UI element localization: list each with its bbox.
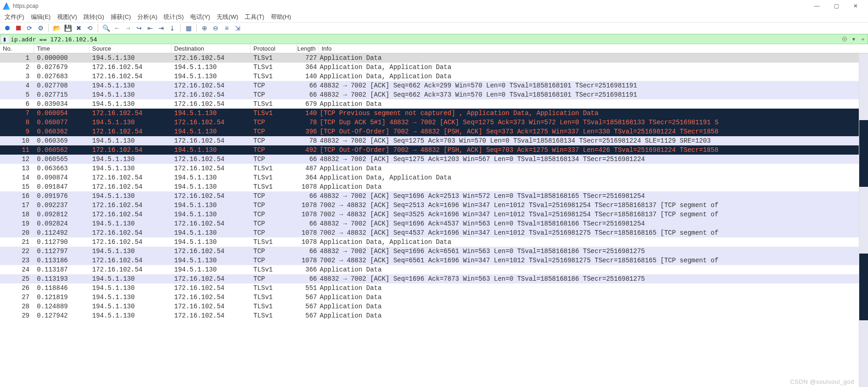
packet-row[interactable]: 170.092237172.16.102.54194.5.1.130TCP107…: [0, 201, 868, 210]
capture-options-icon[interactable]: ⚙: [36, 23, 45, 33]
packet-row[interactable]: 280.124889194.5.1.130172.16.102.54TLSv15…: [0, 302, 868, 311]
col-header-time[interactable]: Time: [34, 44, 89, 53]
go-forward-icon[interactable]: →: [123, 23, 133, 33]
col-header-proto[interactable]: Protocol: [251, 44, 297, 53]
packet-row[interactable]: 10.000000194.5.1.130172.16.102.54TLSv172…: [0, 53, 868, 63]
packet-row[interactable]: 100.060369194.5.1.130172.16.102.54TCP784…: [0, 136, 868, 145]
zoom-reset-icon[interactable]: ≡: [222, 23, 231, 33]
colorize-icon[interactable]: ▦: [184, 23, 193, 33]
packet-row[interactable]: 140.090874172.16.102.54194.5.1.130TLSv13…: [0, 173, 868, 182]
packet-row[interactable]: 180.092812172.16.102.54194.5.1.130TCP107…: [0, 210, 868, 219]
watermark: CSDN @soulsoul_god: [790, 378, 854, 385]
menu-edit[interactable]: 编辑(E): [31, 13, 51, 21]
menu-go[interactable]: 跳转(G): [83, 13, 104, 21]
packet-row[interactable]: 220.112797194.5.1.130172.16.102.54TCP664…: [0, 247, 868, 256]
col-header-src[interactable]: Source: [89, 44, 171, 53]
menu-view[interactable]: 视图(V): [57, 13, 77, 21]
close-button[interactable]: ✕: [846, 0, 865, 12]
auto-scroll-icon[interactable]: ⤓: [168, 23, 177, 33]
packet-row[interactable]: 90.060362172.16.102.54194.5.1.130TCP396[…: [0, 127, 868, 136]
start-capture-icon[interactable]: [3, 23, 12, 33]
packet-row[interactable]: 130.063663194.5.1.130172.16.102.54TLSv14…: [0, 164, 868, 173]
menu-tools[interactable]: 工具(T): [245, 13, 264, 21]
col-header-info[interactable]: Info: [319, 44, 868, 53]
packet-row[interactable]: 240.113187172.16.102.54194.5.1.130TLSv13…: [0, 265, 868, 274]
add-filter-icon[interactable]: ＋: [858, 35, 868, 43]
packet-row[interactable]: 260.118846194.5.1.130172.16.102.54TLSv15…: [0, 283, 868, 293]
packet-row[interactable]: 190.092824194.5.1.130172.16.102.54TCP664…: [0, 219, 868, 228]
menu-wireless[interactable]: 无线(W): [217, 13, 238, 21]
svg-rect-1: [16, 26, 21, 30]
col-header-len[interactable]: Length: [297, 44, 319, 53]
packet-row[interactable]: 50.027715194.5.1.130172.16.102.54TCP6648…: [0, 90, 868, 99]
packet-row[interactable]: 160.091976194.5.1.130172.16.102.54TCP664…: [0, 191, 868, 201]
titlebar: https.pcap — ▢ ✕: [0, 0, 868, 12]
go-back-icon[interactable]: ←: [112, 23, 122, 33]
app-icon: [3, 2, 10, 10]
find-icon[interactable]: 🔍: [101, 23, 111, 33]
filter-expression-icon[interactable]: ▾: [849, 36, 858, 42]
bookmark-filter-icon[interactable]: ▮: [0, 36, 9, 42]
packet-row[interactable]: 60.039034194.5.1.130172.16.102.54TLSv167…: [0, 99, 868, 109]
menu-analyze[interactable]: 分析(A): [137, 13, 157, 21]
go-last-icon[interactable]: ⇥: [157, 23, 166, 33]
go-first-icon[interactable]: ⇤: [146, 23, 155, 33]
packet-row[interactable]: 120.060565194.5.1.130172.16.102.54TCP664…: [0, 155, 868, 164]
menu-file[interactable]: 文件(F): [5, 13, 24, 21]
packet-row[interactable]: 200.112492172.16.102.54194.5.1.130TCP107…: [0, 228, 868, 237]
zoom-in-icon[interactable]: ⊕: [200, 23, 209, 33]
close-file-icon[interactable]: ✖: [74, 23, 83, 33]
packet-row[interactable]: 290.127942194.5.1.130172.16.102.54TLSv15…: [0, 311, 868, 320]
svg-point-0: [5, 26, 10, 30]
menubar: 文件(F) 编辑(E) 视图(V) 跳转(G) 捕获(C) 分析(A) 统计(S…: [0, 12, 868, 22]
packet-row[interactable]: 80.060077194.5.1.130172.16.102.54TCP78[T…: [0, 118, 868, 127]
zoom-out-icon[interactable]: ⊖: [211, 23, 220, 33]
packet-row[interactable]: 210.112790172.16.102.54194.5.1.130TLSv11…: [0, 237, 868, 247]
clear-filter-icon[interactable]: ⮾: [840, 36, 849, 42]
menu-stats[interactable]: 统计(S): [164, 13, 183, 21]
window-title: https.pcap: [13, 3, 38, 9]
packet-row[interactable]: 70.060054172.16.102.54194.5.1.130TLSv114…: [0, 109, 868, 118]
reload-icon[interactable]: ⟲: [85, 23, 94, 33]
display-filter-bar: ▮ ⮾ ▾ ＋: [0, 34, 868, 44]
packet-row[interactable]: 40.027708194.5.1.130172.16.102.54TCP6648…: [0, 81, 868, 90]
menu-capture[interactable]: 捕获(C): [111, 13, 131, 21]
intelligent-scrollbar[interactable]: [859, 53, 868, 387]
menu-help[interactable]: 帮助(H): [271, 13, 291, 21]
packet-list[interactable]: 10.000000194.5.1.130172.16.102.54TLSv172…: [0, 53, 868, 320]
stop-capture-icon[interactable]: [14, 23, 23, 33]
packet-list-header: No. Time Source Destination Protocol Len…: [0, 44, 868, 53]
packet-row[interactable]: 270.121819194.5.1.130172.16.102.54TLSv15…: [0, 293, 868, 302]
packet-row[interactable]: 230.113186172.16.102.54194.5.1.130TCP107…: [0, 256, 868, 265]
packet-row[interactable]: 20.027679172.16.102.54194.5.1.130TLSv136…: [0, 63, 868, 72]
packet-row[interactable]: 150.091847172.16.102.54194.5.1.130TLSv11…: [0, 182, 868, 191]
save-file-icon[interactable]: 💾: [63, 23, 72, 33]
menu-telephony[interactable]: 电话(Y): [190, 13, 210, 21]
packet-row[interactable]: 30.027683172.16.102.54194.5.1.130TLSv114…: [0, 72, 868, 81]
resize-columns-icon[interactable]: ⇲: [233, 23, 242, 33]
maximize-button[interactable]: ▢: [827, 0, 846, 12]
go-to-packet-icon[interactable]: ↪: [135, 23, 144, 33]
display-filter-input[interactable]: [9, 36, 840, 43]
col-header-dst[interactable]: Destination: [171, 44, 251, 53]
open-file-icon[interactable]: 📂: [52, 23, 61, 33]
packet-row[interactable]: 250.113193194.5.1.130172.16.102.54TCP664…: [0, 274, 868, 283]
col-header-no[interactable]: No.: [0, 44, 34, 53]
restart-capture-icon[interactable]: ⟳: [25, 23, 34, 33]
minimize-button[interactable]: —: [807, 0, 827, 12]
toolbar: ⟳ ⚙ 📂 💾 ✖ ⟲ 🔍 ← → ↪ ⇤ ⇥ ⤓ ▦ ⊕ ⊖ ≡ ⇲: [0, 22, 868, 34]
packet-row[interactable]: 110.060562172.16.102.54194.5.1.130TCP492…: [0, 145, 868, 155]
